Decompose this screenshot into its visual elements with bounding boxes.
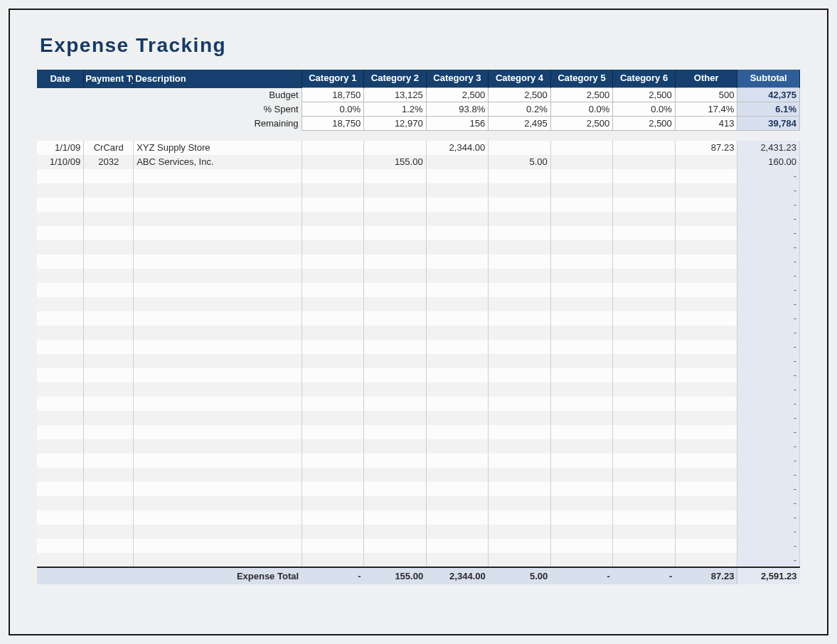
cell-cat4[interactable]: [489, 539, 551, 553]
cell-cat5[interactable]: [550, 226, 613, 240]
cell-cat4[interactable]: [489, 340, 551, 354]
cell-other[interactable]: [675, 496, 737, 510]
cell-cat3[interactable]: [426, 411, 489, 425]
cell-cat3[interactable]: [426, 183, 489, 198]
cell-cat5[interactable]: [550, 254, 613, 269]
cell-cat2[interactable]: [364, 183, 427, 198]
cell-cat4[interactable]: [489, 311, 551, 326]
cell-cat3[interactable]: [426, 382, 489, 397]
cell-description[interactable]: [134, 368, 302, 382]
cell-cat5[interactable]: [550, 411, 613, 425]
cell-other[interactable]: [675, 283, 737, 297]
cell-cat5[interactable]: [550, 183, 613, 198]
cell-cat3[interactable]: [426, 254, 489, 269]
cell-payment[interactable]: [84, 411, 134, 425]
cell-cat2[interactable]: [364, 297, 427, 311]
cell-cat4[interactable]: [489, 439, 551, 454]
cell-description[interactable]: [134, 212, 302, 226]
cell-date[interactable]: [37, 411, 84, 425]
cell-cat4[interactable]: [489, 141, 551, 155]
cell-cat6[interactable]: [613, 539, 676, 553]
cell-cat6[interactable]: [613, 169, 676, 183]
cell-cat5[interactable]: [550, 525, 613, 539]
cell-description[interactable]: XYZ Supply Store: [134, 141, 302, 155]
cell-cat1[interactable]: [302, 539, 364, 553]
cell-cat3[interactable]: [426, 553, 489, 567]
cell-cat1[interactable]: [302, 468, 364, 482]
cell-cat1[interactable]: [302, 155, 364, 169]
cell-cat6[interactable]: [613, 553, 676, 567]
cell-cat4[interactable]: [489, 297, 551, 311]
cell-cat4[interactable]: [489, 169, 551, 183]
col-cat5[interactable]: Category 5: [550, 70, 613, 88]
cell-cat5[interactable]: [550, 496, 613, 510]
col-date[interactable]: Date: [37, 70, 84, 88]
cell-cat2[interactable]: [364, 525, 427, 539]
cell-description[interactable]: [134, 439, 302, 454]
cell-cat6[interactable]: [613, 482, 676, 496]
cell-payment[interactable]: [84, 496, 134, 510]
cell-payment[interactable]: [84, 183, 134, 198]
cell-cat3[interactable]: [426, 340, 489, 354]
cell-cat1[interactable]: [302, 397, 364, 411]
cell-cat6[interactable]: [613, 439, 676, 454]
cell-cat5[interactable]: [550, 212, 613, 226]
cell-date[interactable]: [37, 169, 84, 183]
cell-date[interactable]: [37, 311, 84, 326]
cell-description[interactable]: [134, 226, 302, 240]
cell-cat2[interactable]: [364, 311, 427, 326]
cell-payment[interactable]: [84, 553, 134, 567]
cell-payment[interactable]: [84, 382, 134, 397]
cell-cat4[interactable]: [489, 354, 551, 368]
cell-description[interactable]: [134, 254, 302, 269]
cell-cat5[interactable]: [550, 425, 613, 439]
cell-payment[interactable]: [84, 510, 134, 525]
cell-description[interactable]: [134, 510, 302, 525]
cell-other[interactable]: [675, 454, 737, 468]
cell-cat3[interactable]: [426, 468, 489, 482]
cell-payment[interactable]: [84, 468, 134, 482]
cell-cat2[interactable]: [364, 539, 427, 553]
cell-cat3[interactable]: [426, 326, 489, 340]
cell-cat5[interactable]: [550, 155, 613, 169]
cell-payment[interactable]: [84, 269, 134, 283]
cell-date[interactable]: [37, 553, 84, 567]
cell-date[interactable]: [37, 340, 84, 354]
cell-other[interactable]: [675, 525, 737, 539]
cell-date[interactable]: [37, 326, 84, 340]
cell-cat1[interactable]: [302, 368, 364, 382]
cell-cat5[interactable]: [550, 340, 613, 354]
cell-other[interactable]: [675, 155, 737, 169]
cell-description[interactable]: [134, 411, 302, 425]
cell-cat1[interactable]: [302, 525, 364, 539]
cell-cat5[interactable]: [550, 454, 613, 468]
cell-description[interactable]: [134, 283, 302, 297]
budget-c6[interactable]: 2,500: [613, 88, 676, 102]
cell-cat6[interactable]: [613, 425, 676, 439]
cell-date[interactable]: [37, 425, 84, 439]
cell-cat3[interactable]: [426, 510, 489, 525]
cell-other[interactable]: [675, 439, 737, 454]
cell-description[interactable]: [134, 397, 302, 411]
cell-cat2[interactable]: [364, 553, 427, 567]
cell-date[interactable]: [37, 525, 84, 539]
cell-other[interactable]: [675, 240, 737, 254]
cell-cat3[interactable]: [426, 297, 489, 311]
cell-payment[interactable]: [84, 240, 134, 254]
cell-payment[interactable]: [84, 454, 134, 468]
cell-description[interactable]: [134, 297, 302, 311]
cell-payment[interactable]: [84, 198, 134, 212]
cell-description[interactable]: [134, 340, 302, 354]
cell-description[interactable]: [134, 354, 302, 368]
cell-cat2[interactable]: [364, 397, 427, 411]
cell-other[interactable]: [675, 254, 737, 269]
cell-cat6[interactable]: [613, 297, 676, 311]
cell-cat2[interactable]: [364, 454, 427, 468]
cell-date[interactable]: [37, 240, 84, 254]
cell-cat5[interactable]: [550, 368, 613, 382]
cell-payment[interactable]: [84, 297, 134, 311]
cell-cat6[interactable]: [613, 397, 676, 411]
col-cat3[interactable]: Category 3: [426, 70, 489, 88]
cell-payment[interactable]: [84, 212, 134, 226]
cell-cat5[interactable]: [550, 141, 613, 155]
